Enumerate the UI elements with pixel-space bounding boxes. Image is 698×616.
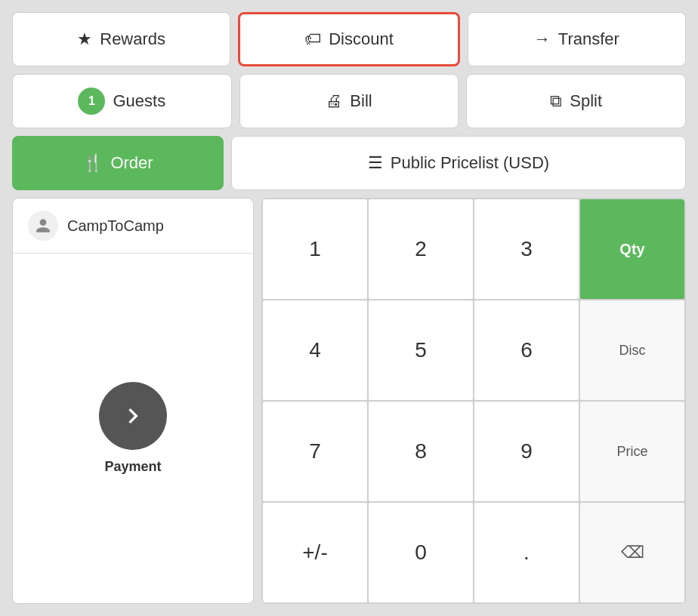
- list-icon: ☰: [368, 153, 383, 173]
- qty-button[interactable]: Qty: [580, 199, 684, 299]
- numpad: 1 2 3 Qty 4 5 6 Disc 7 8 9 Price +/- 0 .: [261, 198, 686, 604]
- customer-name: CampToCamp: [67, 217, 164, 235]
- num-7-button[interactable]: 7: [263, 402, 367, 501]
- discount-button[interactable]: 🏷 Discount: [238, 12, 459, 66]
- customer-icon: [28, 211, 58, 241]
- decimal-button[interactable]: .: [474, 503, 579, 602]
- backspace-button[interactable]: ⌫: [580, 503, 684, 602]
- utensils-icon: 🍴: [82, 153, 103, 173]
- guests-button[interactable]: 1 Guests: [12, 74, 232, 128]
- split-icon: ⧉: [550, 91, 562, 111]
- order-button[interactable]: 🍴 Order: [12, 136, 224, 190]
- arrow-icon: →: [534, 29, 551, 49]
- customer-row: CampToCamp: [13, 199, 253, 254]
- backspace-icon: ⌫: [621, 543, 644, 562]
- num-5-button[interactable]: 5: [369, 300, 473, 400]
- price-label: Price: [616, 444, 647, 460]
- tag-icon: 🏷: [304, 29, 321, 49]
- num-6-button[interactable]: 6: [474, 300, 579, 400]
- disc-label: Disc: [619, 343, 646, 359]
- bill-button[interactable]: 🖨 Bill: [239, 74, 459, 128]
- split-button[interactable]: ⧉ Split: [466, 74, 686, 128]
- discount-label: Discount: [329, 29, 394, 49]
- payment-area: Payment: [13, 254, 253, 603]
- disc-button[interactable]: Disc: [580, 300, 684, 400]
- num-2-button[interactable]: 2: [369, 199, 473, 299]
- qty-label: Qty: [619, 241, 644, 258]
- num-1-button[interactable]: 1: [263, 199, 367, 299]
- pricelist-label: Public Pricelist (USD): [391, 153, 549, 173]
- action-row-2: 1 Guests 🖨 Bill ⧉ Split: [12, 74, 686, 128]
- transfer-label: Transfer: [558, 29, 619, 49]
- left-panel: CampToCamp Payment: [12, 198, 254, 604]
- price-button[interactable]: Price: [580, 402, 684, 501]
- num-0-button[interactable]: 0: [369, 503, 473, 602]
- payment-button[interactable]: [99, 382, 167, 450]
- bill-label: Bill: [350, 91, 372, 111]
- split-label: Split: [570, 91, 602, 111]
- pos-container: ★ Rewards 🏷 Discount → Transfer 1 Guests…: [0, 0, 698, 616]
- bottom-section: CampToCamp Payment 1 2 3 Qty 4 5: [12, 198, 686, 604]
- num-8-button[interactable]: 8: [369, 402, 473, 501]
- action-row-1: ★ Rewards 🏷 Discount → Transfer: [12, 12, 686, 66]
- order-label: Order: [110, 153, 153, 173]
- guests-label: Guests: [113, 91, 165, 111]
- transfer-button[interactable]: → Transfer: [468, 12, 686, 66]
- rewards-button[interactable]: ★ Rewards: [12, 12, 230, 66]
- guests-count: 1: [78, 88, 105, 115]
- num-3-button[interactable]: 3: [474, 199, 579, 299]
- action-row-3: 🍴 Order ☰ Public Pricelist (USD): [12, 136, 686, 190]
- payment-label: Payment: [104, 459, 161, 475]
- pricelist-button[interactable]: ☰ Public Pricelist (USD): [231, 136, 686, 190]
- rewards-label: Rewards: [100, 29, 165, 49]
- printer-icon: 🖨: [326, 91, 342, 111]
- plusminus-button[interactable]: +/-: [263, 503, 367, 602]
- num-9-button[interactable]: 9: [474, 402, 579, 501]
- num-4-button[interactable]: 4: [263, 300, 367, 400]
- star-icon: ★: [77, 29, 92, 49]
